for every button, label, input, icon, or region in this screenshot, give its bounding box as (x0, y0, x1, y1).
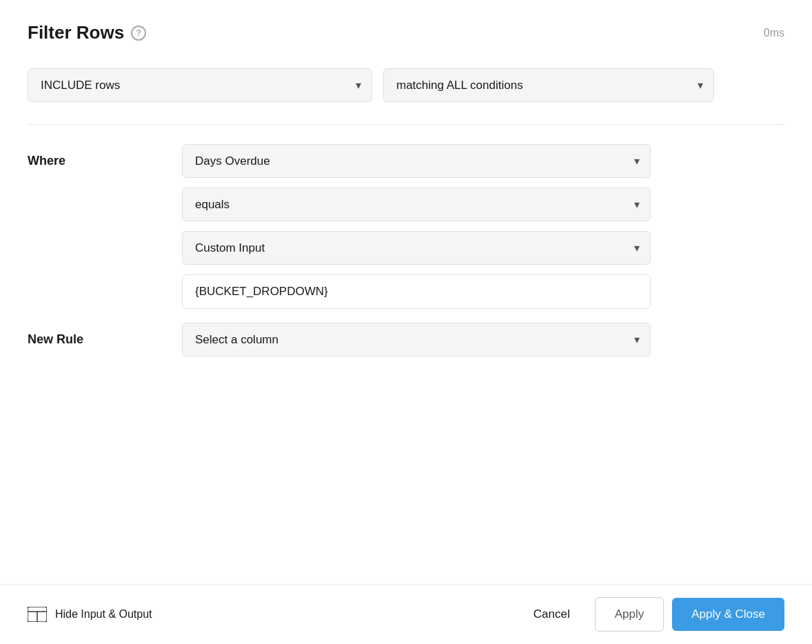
apply-close-button[interactable]: Apply & Close (672, 598, 784, 631)
timing-label: 0ms (764, 27, 784, 39)
column-select[interactable]: Days Overdue Select a column (182, 144, 651, 178)
include-select-wrapper: INCLUDE rows EXCLUDE rows ▾ (28, 68, 372, 102)
matching-select[interactable]: matching ALL conditions matching ANY con… (383, 68, 714, 102)
new-rule-row: New Rule Select a column Days Overdue ▾ (28, 323, 784, 356)
new-rule-label: New Rule (28, 332, 165, 347)
footer: Hide Input & Output Cancel Apply Apply &… (0, 584, 812, 644)
bucket-input[interactable] (182, 274, 651, 309)
value-type-select-wrapper: Custom Input Column Value ▾ (182, 231, 651, 265)
column-select-wrapper: Days Overdue Select a column ▾ (182, 144, 651, 178)
rules-section: Where Days Overdue Select a column ▾ equ… (28, 144, 784, 356)
include-select[interactable]: INCLUDE rows EXCLUDE rows (28, 68, 372, 102)
matching-select-wrapper: matching ALL conditions matching ANY con… (383, 68, 714, 102)
new-rule-select-wrapper: Select a column Days Overdue ▾ (182, 323, 651, 356)
help-icon[interactable]: ? (131, 26, 146, 41)
top-selects-row: INCLUDE rows EXCLUDE rows ▾ matching ALL… (28, 68, 784, 102)
hide-input-output-button[interactable]: Hide Input & Output (28, 607, 152, 622)
cancel-button[interactable]: Cancel (517, 598, 587, 631)
where-rule-row: Where Days Overdue Select a column ▾ equ… (28, 144, 784, 309)
operator-select[interactable]: equals not equals greater than less than (182, 188, 651, 221)
where-rule-controls: Days Overdue Select a column ▾ equals no… (182, 144, 651, 309)
header: Filter Rows ? 0ms (28, 22, 784, 43)
where-label: Where (28, 144, 165, 168)
operator-select-wrapper: equals not equals greater than less than… (182, 188, 651, 221)
footer-right: Cancel Apply Apply & Close (517, 597, 784, 632)
table-icon (28, 607, 47, 622)
page-title: Filter Rows (28, 22, 124, 43)
divider-top (28, 124, 784, 125)
value-type-select[interactable]: Custom Input Column Value (182, 231, 651, 265)
header-left: Filter Rows ? (28, 22, 146, 43)
hide-label: Hide Input & Output (55, 608, 152, 621)
apply-button[interactable]: Apply (595, 597, 664, 632)
new-rule-column-select[interactable]: Select a column Days Overdue (182, 323, 651, 356)
